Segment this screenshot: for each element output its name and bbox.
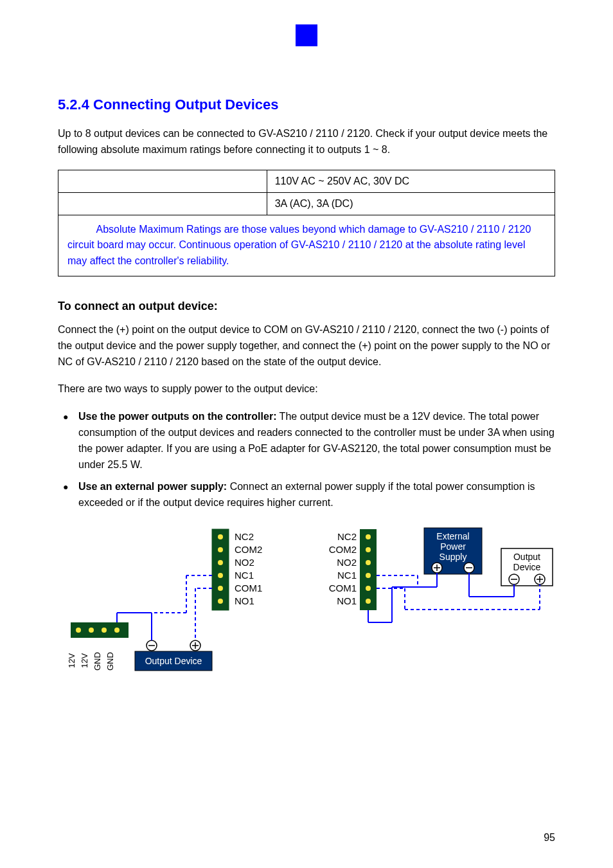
bullet-bold: Use the power outputs on the controller:	[78, 411, 276, 422]
intro-paragraph: Up to 8 output devices can be connected …	[58, 126, 555, 158]
power-label: Supply	[440, 552, 467, 562]
sub-heading: To connect an output device:	[58, 300, 555, 313]
bullet-bold: Use an external power supply:	[78, 481, 227, 492]
pin-label: NC1	[235, 570, 254, 581]
svg-point-5	[218, 586, 223, 591]
rating-label: Carry Current	[58, 192, 267, 215]
rail-label: 12V	[80, 653, 89, 667]
chapter-marker-square	[296, 24, 317, 46]
pin-label: NC1	[337, 570, 357, 581]
pin-label: COM1	[329, 583, 357, 593]
output-device-label: Output Device	[145, 656, 202, 666]
list-item: Use the power outputs on the controller:…	[58, 409, 555, 473]
diagram-left: NC2 COM2 NO2 NC1 COM1 NO1 12V 12V GND GN…	[58, 523, 302, 683]
rating-note: Note: Absolute Maximum Ratings are those…	[58, 215, 555, 276]
pin-label: COM1	[235, 583, 262, 593]
diagram-right: NC2 COM2 NO2 NC1 COM1 NO1 External Power…	[321, 523, 559, 683]
pin-label: NO2	[337, 557, 357, 568]
rail-label: 12V	[67, 653, 76, 667]
note-label: Note:	[67, 224, 94, 235]
rating-label: Breakdown Voltage	[58, 170, 267, 192]
out-label: Device	[513, 562, 541, 572]
pin-label: NO1	[337, 595, 357, 606]
table-row: Carry Current 3A (AC), 3A (DC)	[58, 192, 555, 215]
rail-label: GND	[93, 652, 102, 671]
svg-point-6	[218, 599, 223, 604]
connect-paragraph: Connect the (+) point on the output devi…	[58, 322, 555, 370]
power-label: Power	[440, 541, 466, 552]
svg-point-10	[102, 628, 107, 633]
note-text: Absolute Maximum Ratings are those value…	[67, 224, 531, 267]
ratings-table: Breakdown Voltage 110V AC ~ 250V AC, 30V…	[58, 170, 555, 276]
svg-point-8	[76, 628, 81, 633]
svg-point-9	[89, 628, 94, 633]
svg-rect-26	[360, 529, 377, 610]
pin-label: NO1	[235, 595, 254, 606]
out-label: Output	[513, 552, 540, 562]
pin-label: COM2	[235, 544, 262, 555]
bullet-list: Use the power outputs on the controller:…	[58, 409, 555, 511]
svg-point-31	[366, 586, 371, 591]
svg-point-27	[366, 534, 371, 539]
rail-label: GND	[105, 652, 115, 671]
svg-point-2	[218, 547, 223, 552]
pin-label: NO2	[235, 557, 254, 568]
svg-point-32	[366, 599, 371, 604]
rating-value: 110V AC ~ 250V AC, 30V DC	[267, 170, 555, 192]
pin-label: COM2	[329, 544, 357, 555]
svg-point-11	[114, 628, 120, 633]
table-note-row: Note: Absolute Maximum Ratings are those…	[58, 215, 555, 276]
pin-label: NC2	[337, 531, 357, 542]
svg-point-28	[366, 547, 371, 552]
diagram-container: NC2 COM2 NO2 NC1 COM1 NO1 12V 12V GND GN…	[58, 523, 555, 683]
rating-value: 3A (AC), 3A (DC)	[267, 192, 555, 215]
page-number: 95	[544, 832, 555, 844]
svg-point-29	[366, 560, 371, 565]
table-row: Breakdown Voltage 110V AC ~ 250V AC, 30V…	[58, 170, 555, 192]
power-label: External	[436, 531, 469, 541]
pin-label: NC2	[235, 531, 254, 542]
svg-point-3	[218, 560, 223, 565]
supply-intro: There are two ways to supply power to th…	[58, 381, 555, 397]
section-heading: 5.2.4 Connecting Output Devices	[58, 96, 555, 113]
list-item: Use an external power supply: Connect an…	[58, 479, 555, 511]
svg-rect-0	[212, 529, 229, 610]
svg-point-4	[218, 573, 223, 578]
svg-point-1	[218, 534, 223, 539]
svg-point-30	[366, 573, 371, 578]
